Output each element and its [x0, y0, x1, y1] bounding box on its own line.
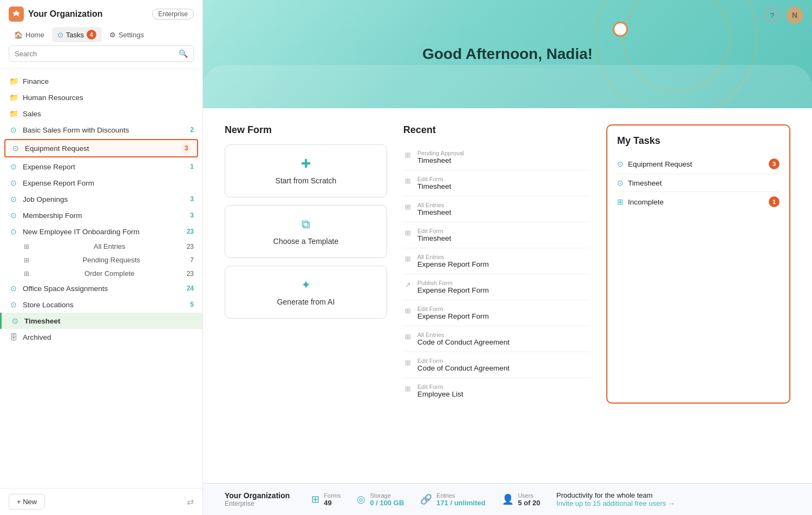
recent-item-2[interactable]: ⊞ All Entries Timesheet [403, 196, 590, 222]
my-tasks-section: My Tasks ⊙ Equipment Request 3 ⊙ Timeshe… [606, 124, 790, 404]
folder-icon: 📁 [9, 109, 18, 118]
recent-item-3[interactable]: ⊞ Edit Form Timesheet [403, 222, 590, 248]
new-button[interactable]: + New [9, 494, 45, 510]
nav-badge-office: 24 [187, 285, 194, 292]
home-icon: 🏠 [14, 31, 23, 39]
entries-icon: 🔗 [420, 493, 432, 505]
sidebar-item-sales[interactable]: 📁 Sales [0, 105, 202, 122]
grid-icon: ⊞ [403, 333, 412, 341]
sub-badge-pending: 7 [190, 256, 194, 264]
stat-users: 👤 Users 5 of 20 [502, 491, 540, 507]
task-item-incomplete[interactable]: ⊞ Incomplete 1 [617, 192, 780, 212]
grid-icon: ⊞ [403, 177, 412, 185]
sidebar-item-archived[interactable]: 🗄 Archived [0, 329, 202, 345]
productivity-section: Productivity for the whole team Invite u… [556, 491, 675, 507]
users-icon: 👤 [502, 493, 514, 505]
recent-item-9[interactable]: ⊞ Edit Form Employee List [403, 378, 590, 404]
form-icon: ⊙ [9, 162, 18, 171]
nav-badge-expense-report: 1 [190, 163, 194, 170]
grid-icon: ⊞ [403, 151, 412, 159]
tab-tasks[interactable]: ⊙ Tasks 4 [52, 27, 102, 42]
sidebar-header: Your Organization Enterprise 🏠 Home ⊙ Ta… [0, 0, 202, 69]
org-logo [9, 6, 24, 22]
sidebar-item-expense-report[interactable]: ⊙ Expense Report 1 [0, 159, 202, 175]
recent-item-1[interactable]: ⊞ Edit Form Timesheet [403, 170, 590, 196]
nav-badge-basic-sales: 2 [190, 126, 194, 134]
form-icon: ⊙ [9, 227, 18, 236]
sidebar-item-onboarding[interactable]: ⊙ New Employee IT Onboarding Form 23 [0, 223, 202, 240]
tasks-icon: ⊙ [57, 31, 63, 39]
sidebar-item-store-locations[interactable]: ⊙ Store Locations 5 [0, 296, 202, 313]
nav-badge-store: 5 [190, 301, 194, 308]
form-icon: ⊙ [9, 195, 18, 203]
search-input[interactable] [15, 50, 174, 58]
sidebar-sub-order-complete[interactable]: ⊞ Order Complete 23 [0, 267, 202, 280]
tab-settings[interactable]: ⚙ Settings [104, 28, 149, 42]
grid-icon: ⊞ [403, 229, 412, 237]
recent-item-8[interactable]: ⊞ Edit Form Code of Conduct Agreement [403, 352, 590, 378]
hero-road [203, 65, 812, 108]
folder-icon: 📁 [9, 77, 18, 85]
productivity-title: Productivity for the whole team [556, 491, 675, 499]
recent-item-5[interactable]: ↗ Publish Form Expense Report Form [403, 274, 590, 300]
sidebar-nav: 📁 Finance 📁 Human Resources 📁 Sales [0, 69, 202, 488]
help-icon[interactable]: ? [764, 8, 780, 23]
recent-item-7[interactable]: ⊞ All Entries Code of Conduct Agreement [403, 326, 590, 352]
grid-icon: ⊞ [403, 307, 412, 315]
productivity-link[interactable]: Invite up to 15 additional free users → [556, 499, 675, 507]
sidebar: Your Organization Enterprise 🏠 Home ⊙ Ta… [0, 0, 203, 515]
recent-section: Recent ⊞ Pending Approval Timesheet ⊞ [403, 124, 590, 404]
task-badge-incomplete: 1 [769, 196, 780, 207]
sidebar-item-hr[interactable]: 📁 Human Resources [0, 89, 202, 105]
stat-entries: 🔗 Entries 171 / unlimited [420, 491, 485, 507]
sidebar-item-equipment[interactable]: ⊙ Equipment Request 3 [4, 139, 198, 157]
sidebar-item-membership[interactable]: ⊙ Membership Form 3 [0, 207, 202, 223]
stat-forms: ⊞ Forms 49 [311, 491, 340, 507]
bottom-stats: ⊞ Forms 49 ◎ Storage 0 / 100 GB 🔗 [311, 491, 790, 507]
sidebar-sub-all-entries[interactable]: ⊞ All Entries 23 [0, 240, 202, 253]
bottom-bar: Your Organization Enterprise ⊞ Forms 49 … [203, 483, 812, 515]
nav-badge-equipment: 3 [181, 143, 192, 154]
new-form-title: New Form [225, 124, 387, 136]
archive-icon: 🗄 [9, 333, 18, 341]
new-form-section: New Form ✚ Start from Scratch ⧉ Choose a… [225, 124, 387, 404]
start-scratch-option[interactable]: ✚ Start from Scratch [225, 144, 387, 197]
storage-icon: ◎ [357, 493, 365, 505]
task-item-equipment[interactable]: ⊙ Equipment Request 3 [617, 154, 780, 174]
content-grid: New Form ✚ Start from Scratch ⧉ Choose a… [225, 124, 790, 404]
sidebar-item-job-openings[interactable]: ⊙ Job Openings 3 [0, 191, 202, 207]
form-icon: ⊙ [9, 126, 18, 134]
choose-template-option[interactable]: ⧉ Choose a Template [225, 205, 387, 258]
sidebar-item-expense-form[interactable]: ⊙ Expense Report Form [0, 175, 202, 191]
sidebar-sub-pending[interactable]: ⊞ Pending Requests 7 [0, 253, 202, 267]
sidebar-item-basic-sales[interactable]: ⊙ Basic Sales Form with Discounts 2 [0, 122, 202, 138]
sidebar-item-timesheet[interactable]: ⊙ Timesheet [0, 313, 202, 329]
copy-icon: ⧉ [302, 217, 310, 232]
task-icon-timesheet: ⊙ [617, 179, 624, 187]
user-avatar[interactable]: N [786, 6, 803, 24]
hero-banner: Good Afternoon, Nadia! [203, 0, 812, 108]
recent-item-0[interactable]: ⊞ Pending Approval Timesheet [403, 144, 590, 170]
tab-home[interactable]: 🏠 Home [9, 28, 50, 42]
nav-badge-job: 3 [190, 195, 194, 203]
sidebar-footer: + New ⇄ [0, 488, 202, 515]
collapse-button[interactable]: ⇄ [187, 497, 194, 507]
settings-icon: ⚙ [109, 31, 116, 39]
my-tasks-title: My Tasks [617, 135, 780, 147]
form-options: ✚ Start from Scratch ⧉ Choose a Template… [225, 144, 387, 319]
grid-icon: ⊞ [24, 256, 29, 264]
hero-circle [613, 22, 628, 37]
recent-item-4[interactable]: ⊞ All Entries Expense Report Form [403, 248, 590, 274]
bottom-org: Your Organization Enterprise [225, 491, 290, 507]
recent-item-6[interactable]: ⊞ Edit Form Expense Report Form [403, 300, 590, 326]
grid-icon: ⊞ [24, 243, 29, 250]
task-item-timesheet[interactable]: ⊙ Timesheet [617, 174, 780, 192]
form-icon: ⊙ [10, 316, 20, 325]
sidebar-item-office-space[interactable]: ⊙ Office Space Assignments 24 [0, 280, 202, 296]
sub-badge-order-complete: 23 [187, 270, 194, 278]
generate-ai-option[interactable]: ✦ Generate from AI [225, 266, 387, 319]
enterprise-badge: Enterprise [152, 9, 194, 19]
form-icon: ⊙ [9, 284, 18, 293]
bottom-org-name: Your Organization [225, 491, 290, 500]
sidebar-item-finance[interactable]: 📁 Finance [0, 73, 202, 89]
